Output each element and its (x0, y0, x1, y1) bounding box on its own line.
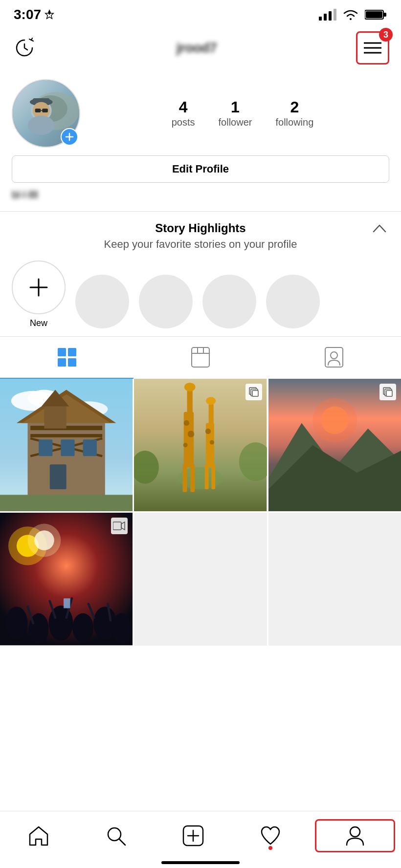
tab-grid[interactable] (0, 337, 134, 379)
svg-point-71 (206, 397, 216, 405)
nav-activity[interactable] (232, 821, 309, 851)
grid-icon (56, 347, 78, 368)
post-2[interactable] (134, 379, 267, 511)
svg-point-89 (72, 613, 93, 642)
tab-tagged[interactable] (267, 337, 401, 379)
add-story-button[interactable] (61, 128, 78, 146)
chevron-up-icon (373, 224, 386, 233)
svg-rect-2 (329, 11, 332, 21)
highlight-item-1[interactable] (75, 275, 129, 328)
highlights-title: Story Highlights (31, 221, 370, 235)
carousel-icon (248, 387, 259, 397)
nav-home[interactable] (0, 821, 77, 851)
svg-rect-30 (192, 347, 209, 367)
highlight-circle-4 (266, 275, 320, 328)
svg-rect-74 (205, 464, 209, 489)
status-icons (319, 8, 387, 21)
svg-rect-51 (83, 439, 97, 456)
followers-label: follower (219, 117, 252, 128)
new-highlight-circle (12, 260, 66, 314)
bottom-nav (0, 811, 401, 868)
svg-rect-29 (68, 358, 76, 367)
post-1[interactable] (0, 379, 133, 511)
add-highlight-icon (26, 275, 51, 300)
post-2-carousel-indicator (245, 384, 262, 400)
highlight-circle-3 (202, 275, 256, 328)
tab-reels[interactable] (134, 337, 267, 379)
edit-profile-button[interactable]: Edit Profile (12, 155, 389, 183)
post-3[interactable] (268, 379, 401, 511)
svg-point-97 (108, 828, 121, 841)
nav-spacer (0, 646, 401, 704)
svg-point-66 (183, 443, 188, 447)
hamburger-icon (364, 41, 381, 55)
svg-rect-27 (68, 348, 76, 356)
avatar-wrap (12, 79, 80, 148)
menu-button[interactable]: 3 (356, 31, 389, 65)
svg-rect-49 (39, 439, 52, 456)
highlights-row: New (12, 260, 389, 328)
svg-rect-5 (383, 13, 386, 17)
posts-stat[interactable]: 4 posts (172, 99, 195, 128)
profile-top: 4 posts 1 follower 2 following (12, 79, 389, 148)
svg-point-64 (184, 420, 189, 426)
nav-profile[interactable] (315, 819, 395, 852)
svg-rect-70 (209, 404, 214, 428)
post-4[interactable] (0, 513, 133, 645)
highlights-subtitle: Keep your favorite stories on your profi… (12, 238, 389, 251)
carousel-icon-2 (382, 387, 393, 397)
highlight-item-2[interactable] (139, 275, 193, 328)
svg-rect-75 (212, 464, 216, 489)
svg-rect-1 (324, 14, 327, 21)
signal-icon (319, 9, 336, 21)
svg-point-91 (111, 613, 132, 644)
following-stat[interactable]: 2 following (275, 99, 313, 128)
post-empty-2 (268, 513, 401, 645)
followers-stat[interactable]: 1 follower (219, 99, 252, 128)
highlights-collapse-button[interactable] (370, 224, 389, 233)
highlight-item-4[interactable] (266, 275, 320, 328)
reels-icon (191, 347, 210, 368)
svg-rect-3 (334, 9, 336, 21)
svg-point-102 (350, 827, 360, 837)
plus-icon (65, 132, 74, 142)
tagged-icon (324, 347, 344, 368)
heart-icon (259, 825, 282, 847)
svg-rect-53 (0, 495, 133, 511)
highlight-item-3[interactable] (202, 275, 256, 328)
svg-rect-26 (58, 348, 66, 356)
svg-line-98 (119, 839, 125, 845)
wifi-icon (342, 8, 359, 21)
svg-rect-0 (319, 17, 322, 21)
svg-rect-18 (35, 108, 41, 112)
highlight-circle-2 (139, 275, 193, 328)
post-4-video-indicator (111, 518, 128, 534)
svg-point-21 (28, 116, 54, 135)
search-icon (105, 825, 127, 847)
posts-count: 4 (179, 99, 188, 115)
nav-add[interactable] (155, 821, 232, 851)
activity-notification-dot (268, 846, 272, 850)
highlight-circle-1 (75, 275, 129, 328)
nav-search[interactable] (77, 821, 155, 851)
svg-rect-62 (187, 390, 193, 418)
followers-count: 1 (231, 99, 240, 115)
svg-rect-50 (61, 439, 74, 456)
home-indicator (161, 861, 240, 864)
svg-rect-68 (191, 464, 195, 492)
new-highlight-button[interactable]: New (12, 260, 66, 328)
svg-rect-6 (366, 11, 382, 18)
post-1-image (0, 379, 133, 511)
history-button[interactable] (12, 35, 37, 61)
svg-point-95 (28, 524, 61, 557)
svg-point-83 (312, 398, 356, 442)
highlights-section: Story Highlights Keep your favorite stor… (0, 212, 401, 336)
svg-point-65 (188, 431, 195, 437)
svg-point-86 (5, 607, 27, 640)
username-label: jrood7 (177, 40, 217, 56)
stats-row: 4 posts 1 follower 2 following (96, 99, 389, 128)
svg-rect-96 (64, 599, 70, 608)
profile-icon (345, 825, 365, 847)
new-highlight-label: New (30, 318, 47, 328)
history-icon (14, 37, 35, 59)
